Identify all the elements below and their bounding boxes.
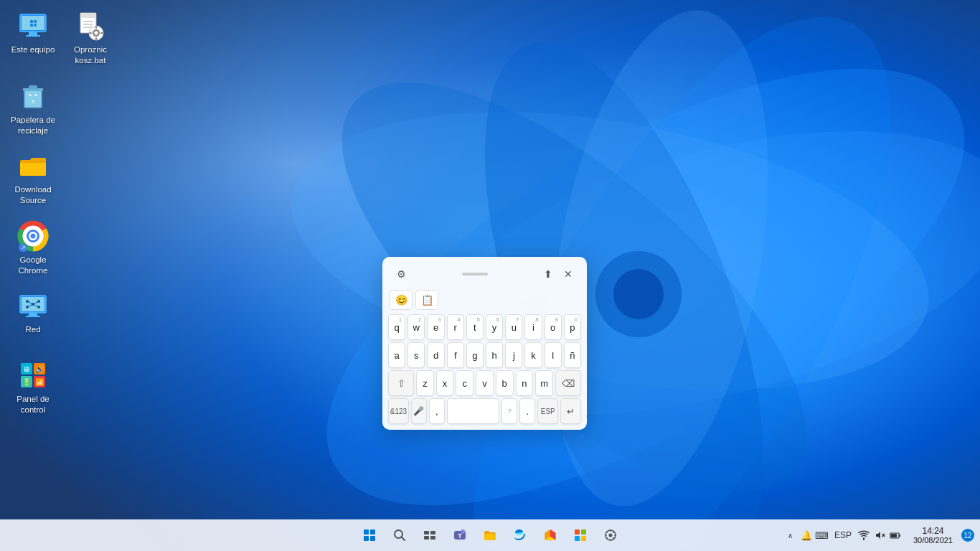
key-c[interactable]: c (456, 370, 473, 396)
key-period[interactable]: . (519, 398, 535, 424)
svg-rect-28 (95, 37, 97, 40)
key-y[interactable]: 6y (486, 314, 503, 340)
key-t[interactable]: 5t (466, 314, 484, 340)
key-backspace[interactable]: ⌫ (555, 370, 581, 396)
key-enter[interactable]: ↵ (560, 398, 581, 424)
key-mic[interactable]: 🎤 (411, 398, 427, 424)
desktop-icon-red[interactable]: Red (6, 287, 60, 338)
emoji-button[interactable]: 😊 (390, 290, 413, 310)
svg-rect-17 (30, 24, 33, 27)
taskbar-teams-button[interactable]: T (446, 521, 474, 550)
edge-icon (513, 528, 527, 542)
clock-time: 14:24 (922, 526, 943, 536)
key-h[interactable]: h (486, 342, 503, 368)
taskbar-start-button[interactable] (355, 521, 384, 550)
tray-wifi-icon[interactable] (857, 529, 870, 542)
taskbar-right: ∧ 🔔 ⌨ ESP (780, 519, 980, 551)
taskbar-search-button[interactable] (385, 521, 414, 550)
key-question[interactable]: ? (501, 398, 517, 424)
svg-rect-64 (430, 531, 435, 534)
tray-overflow-button[interactable]: ∧ (784, 529, 797, 542)
teams-icon: T (453, 528, 467, 542)
key-row-2: a s d f g h j k l ñ (388, 342, 581, 368)
key-o[interactable]: 9o (545, 314, 562, 340)
svg-text:🖥: 🖥 (23, 365, 30, 373)
key-j[interactable]: j (505, 342, 522, 368)
gear-bat-icon (75, 10, 106, 42)
taskbar-store-button[interactable] (566, 521, 595, 550)
desktop-icon-papelera[interactable]: Papelera de reciclaje (6, 77, 60, 139)
svg-rect-73 (575, 536, 580, 541)
taskbar-explorer-button[interactable] (476, 521, 504, 550)
key-f[interactable]: f (447, 342, 464, 368)
svg-text:↗: ↗ (21, 245, 26, 251)
system-tray: ∧ 🔔 ⌨ ESP (780, 529, 906, 542)
keyboard-close-button[interactable]: ✕ (558, 264, 578, 284)
desktop-icon-este-equipo[interactable]: Este equipo (6, 7, 60, 58)
store-icon (573, 528, 588, 542)
key-w[interactable]: 2w (407, 314, 425, 340)
desktop-icon-label: Red (25, 324, 40, 335)
key-comma[interactable]: , (429, 398, 445, 424)
key-g[interactable]: g (466, 342, 484, 368)
key-k[interactable]: k (524, 342, 542, 368)
key-x[interactable]: x (436, 370, 454, 396)
clock-area[interactable]: 14:24 30/08/2021 (908, 519, 958, 551)
network-icon (17, 290, 49, 321)
key-n[interactable]: n (516, 370, 534, 396)
tray-battery-icon[interactable] (889, 529, 902, 542)
desktop-icon-label: Este equipo (11, 44, 55, 55)
key-space[interactable] (447, 398, 500, 424)
key-p[interactable]: 0p (564, 314, 581, 340)
key-z[interactable]: z (416, 370, 434, 396)
tray-notification-center-icon[interactable]: 🔔 (800, 529, 813, 542)
recycle-bin-icon (17, 80, 49, 112)
key-r[interactable]: 4r (447, 314, 464, 340)
key-q[interactable]: 1q (388, 314, 405, 340)
svg-rect-72 (581, 529, 586, 534)
svg-line-62 (402, 537, 405, 541)
key-s[interactable]: s (407, 342, 425, 368)
svg-rect-65 (424, 536, 429, 540)
desktop-icon-download-source[interactable]: Download Source (6, 147, 60, 209)
key-v[interactable]: v (476, 370, 494, 396)
key-esp[interactable]: ESP (537, 398, 558, 424)
desktop-icon-oproznic[interactable]: Oproznic kosz.bat (63, 7, 118, 69)
control-panel-icon: 🖥 🔊 🔋 📶 (17, 359, 49, 391)
svg-rect-30 (100, 32, 103, 34)
keyboard-settings-button[interactable]: ⚙ (391, 264, 411, 284)
key-u[interactable]: 7u (505, 314, 522, 340)
taskbar-edge-button[interactable] (506, 521, 534, 550)
keyboard-drag-area[interactable] (411, 273, 538, 276)
desktop-icon-label: Download Source (9, 184, 57, 206)
taskbar-office-button[interactable] (536, 521, 565, 550)
notification-badge[interactable]: 12 (961, 529, 974, 542)
desktop-icon-panel-control[interactable]: 🖥 🔊 🔋 📶 Panel de control (6, 357, 60, 418)
tray-keyboard-icon[interactable]: ⌨ (816, 529, 829, 542)
desktop-icon-google-chrome[interactable]: ↗ Google Chrome (6, 217, 60, 279)
taskbar-taskview-button[interactable] (415, 521, 444, 550)
clipboard-button[interactable]: 📋 (415, 290, 438, 310)
key-shift[interactable]: ⇧ (388, 370, 414, 396)
keyboard-titlebar: ⚙ ⬆ ✕ (388, 263, 581, 288)
tray-volume-icon[interactable] (873, 529, 886, 542)
key-l[interactable]: l (545, 342, 562, 368)
key-i[interactable]: 8i (524, 314, 542, 340)
clock-date: 30/08/2021 (913, 536, 953, 545)
key-m[interactable]: m (535, 370, 553, 396)
key-a[interactable]: a (388, 342, 405, 368)
key-numeric[interactable]: &123 (388, 398, 409, 424)
key-b[interactable]: b (496, 370, 514, 396)
desktop-icon-label: Panel de control (9, 394, 57, 415)
key-row-3: ⇧ z x c v b n m ⌫ (388, 370, 581, 396)
keyboard-undock-button[interactable]: ⬆ (538, 264, 558, 284)
tray-language-indicator[interactable]: ESP (831, 530, 854, 540)
key-row-1: 1q 2w 3e 4r 5t 6y 7u 8i 9o 0p (388, 314, 581, 340)
key-n-tilde[interactable]: ñ (564, 342, 581, 368)
battery-icon (890, 529, 901, 541)
svg-point-76 (609, 534, 613, 537)
key-d[interactable]: d (427, 342, 444, 368)
key-e[interactable]: 3e (427, 314, 444, 340)
taskbar-settings-button[interactable] (596, 521, 625, 550)
svg-rect-43 (26, 316, 40, 317)
